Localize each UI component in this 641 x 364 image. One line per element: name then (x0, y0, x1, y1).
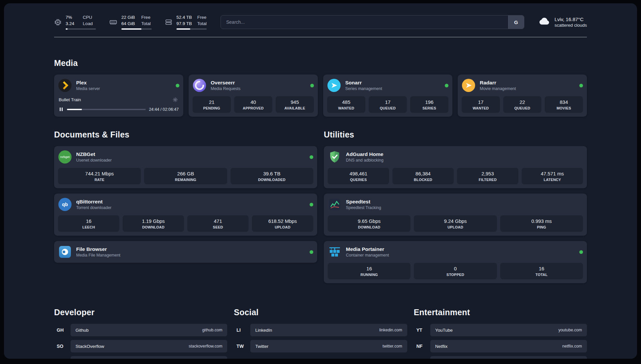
bookmarks-social: Social LI LinkedIn linkedin.com TW Twitt… (234, 308, 407, 356)
ram-progress-bar (121, 28, 152, 30)
bookmark-item-github[interactable]: GH Github github.com (54, 324, 227, 336)
app-name: Plex (76, 80, 100, 86)
card-sonarr[interactable]: Sonarr Series management 485 WANTED 17 Q… (323, 75, 452, 117)
bookmark-item-reddit[interactable]: RE Reddit reddit.com (414, 356, 587, 359)
status-indicator (176, 84, 179, 87)
cpu-label-2: Load (83, 21, 96, 27)
bookmarks-row: Developer GH Github github.com SO StackO… (54, 308, 587, 359)
stat-tile: 618.52 Mbps UPLOAD (252, 215, 313, 232)
stat-tile: 17 QUEUED (369, 96, 407, 113)
app-subtitle: Container management (346, 253, 389, 258)
stat-tile: 2,953 FILTERED (457, 168, 518, 184)
stat-value: 40 (235, 99, 271, 105)
app-name: File Browser (76, 246, 120, 252)
bookmark-code: LI (234, 327, 250, 333)
stat-value: 17 (463, 99, 499, 105)
stat-label: UPLOAD (415, 225, 495, 229)
card-radarr[interactable]: Radarr Movie management 17 WANTED 22 QUE… (458, 75, 587, 117)
stat-label: RUNNING (329, 273, 409, 277)
disk-stat: 52.4 TB Free 97.9 TB Total (165, 15, 207, 30)
bookmark-item-twitter[interactable]: TW Twitter twitter.com (234, 340, 407, 352)
stat-tile: 16 LEECH (58, 215, 119, 232)
stat-tile: 1.19 Gbps DOWNLOAD (123, 215, 184, 232)
stat-tile: 0.993 ms PING (500, 215, 583, 232)
stat-value: 0 (415, 266, 495, 271)
stat-value: 2,953 (458, 171, 517, 176)
overseerr-icon (193, 78, 206, 92)
stat-label: WANTED (328, 106, 364, 110)
disk-free-value: 52.4 TB (176, 15, 192, 20)
card-speedtest[interactable]: Speedtest Speedtest Tracking 9.65 Gbps D… (324, 194, 587, 236)
stat-label: APPROVED (235, 106, 271, 110)
bookmark-item-youtube[interactable]: YT YouTube youtube.com (414, 324, 587, 336)
ram-label-1: Free (141, 15, 152, 20)
stat-tile: 9.24 Gbps UPLOAD (414, 215, 497, 232)
weather-widget: Lviv, 16.87°C scattered clouds (538, 15, 587, 29)
stat-value: 196 (412, 99, 447, 105)
search-engine-button[interactable]: G (508, 15, 524, 29)
bookmark-name: StackOverflow (76, 344, 104, 349)
stat-tile: 834 MOVIES (545, 96, 583, 113)
playback-time: 24:44 / 02:06:47 (149, 107, 179, 112)
bookmark-code: SO (54, 344, 71, 349)
status-indicator (579, 84, 583, 87)
bookmark-item-linkedin[interactable]: LI LinkedIn linkedin.com (234, 324, 407, 336)
bookmark-item-stackoverflow[interactable]: SO StackOverflow stackoverflow.com (54, 340, 227, 352)
cpu-icon (54, 18, 62, 26)
stat-value: 744.21 Mbps (59, 171, 139, 176)
status-indicator (445, 84, 448, 87)
stat-tile: 744.21 Mbps RATE (58, 168, 141, 184)
card-nzbget[interactable]: nzbget NZBGet Usenet downloader 74 (54, 146, 317, 188)
bookmark-item-dev[interactable]: DT DEV dev.to (54, 356, 227, 359)
bookmark-item-netflix[interactable]: NF Netflix netflix.com (414, 340, 587, 352)
status-indicator (310, 84, 314, 87)
bookmark-code: GH (54, 327, 71, 333)
stat-label: QUEUED (370, 106, 406, 110)
card-plex[interactable]: Plex Media server Bullet Train (54, 75, 183, 117)
filebrowser-icon (58, 245, 72, 259)
bookmark-code: YT (414, 327, 430, 333)
bookmarks-developer: Developer GH Github github.com SO StackO… (54, 308, 227, 359)
section-title-utilities: Utilities (324, 130, 587, 139)
stat-value: 945 (277, 99, 313, 105)
card-adguard[interactable]: AdGuard Home DNS and adblocking 498,461 … (324, 146, 587, 188)
stat-value: 16 (329, 266, 409, 271)
ram-total-value: 64 GiB (121, 21, 136, 27)
stat-tile: 9.65 Gbps DOWNLOAD (328, 215, 411, 232)
section-title-media: Media (54, 58, 587, 68)
bookmarks-entertainment: Entertainment YT YouTube youtube.com NF … (414, 308, 587, 359)
stat-label: BLOCKED (394, 178, 452, 182)
stat-label: SEED (189, 225, 247, 229)
now-playing-title: Bullet Train (59, 97, 81, 102)
card-filebrowser[interactable]: File Browser Media File Management (54, 241, 317, 263)
disk-label-2: Total (197, 21, 207, 27)
status-indicator (310, 250, 313, 254)
stat-label: SERIES (412, 106, 447, 110)
ram-icon (109, 18, 117, 26)
gear-icon[interactable] (172, 96, 179, 103)
stat-value: 834 (546, 99, 582, 105)
app-name: Sonarr (345, 80, 382, 86)
stat-tile: 196 SERIES (410, 96, 448, 113)
stat-tile: 266 GB REMAINING (144, 168, 227, 184)
app-name: AdGuard Home (346, 151, 383, 157)
stat-label: LATENCY (523, 178, 582, 182)
stat-label: PING (502, 225, 582, 229)
card-qbittorrent[interactable]: qb qBittorrent Torrent downloader (54, 194, 317, 236)
card-portainer[interactable]: Media Portainer Container management 16 … (324, 241, 587, 283)
stat-label: MOVIES (546, 106, 582, 110)
middle-columns: Documents & Files nzbget (54, 117, 587, 283)
search-input[interactable] (221, 15, 524, 29)
stat-label: FILTERED (458, 178, 517, 182)
bookmark-url: twitter.com (382, 344, 402, 349)
pause-button[interactable] (59, 106, 64, 112)
stat-tile: 0 STOPPED (414, 263, 497, 279)
stat-tile: 47.571 ms LATENCY (522, 168, 583, 184)
stat-tile: 16 TOTAL (500, 263, 583, 279)
card-overseerr[interactable]: Overseerr Media Requests 21 PENDING 40 A… (189, 75, 318, 117)
disk-icon (165, 18, 172, 26)
stat-tile: 21 PENDING (193, 96, 231, 113)
playback-progress-bar[interactable] (67, 109, 146, 110)
stat-value: 47.571 ms (523, 171, 582, 176)
bookmark-url: linkedin.com (379, 328, 402, 332)
